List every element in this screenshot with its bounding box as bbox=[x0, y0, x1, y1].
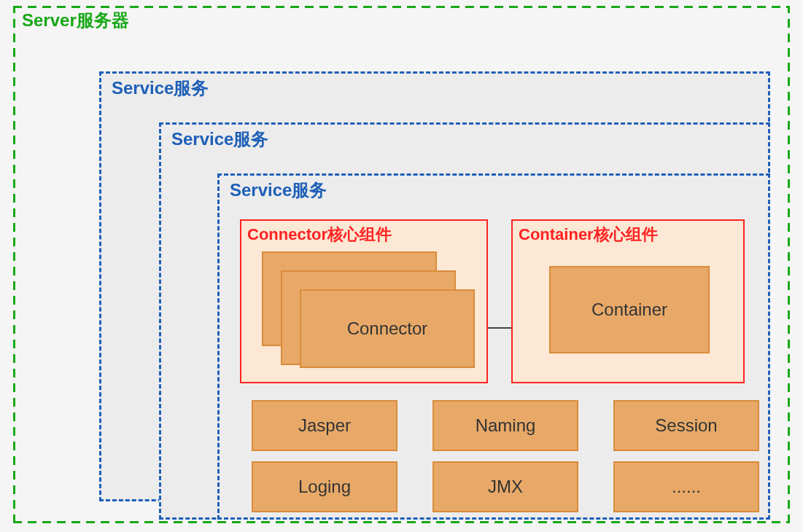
container-core-label: Container核心组件 bbox=[519, 224, 658, 246]
service-label-1: Service服务 bbox=[112, 77, 209, 100]
module-more: ...... bbox=[613, 461, 759, 512]
connector-box-text: Connector bbox=[347, 318, 428, 339]
service-label-2: Service服务 bbox=[171, 128, 268, 151]
module-session-label: Session bbox=[655, 415, 717, 436]
connector-stack-front: Connector bbox=[300, 289, 475, 368]
container-inner-box: Container bbox=[549, 266, 710, 353]
service-box-front: Service服务 Connector核心组件 Connector Contai… bbox=[217, 173, 770, 520]
module-loging: Loging bbox=[252, 461, 397, 512]
service-label-3: Service服务 bbox=[230, 179, 327, 202]
container-core-box: Container核心组件 Container bbox=[511, 219, 745, 383]
module-jmx: JMX bbox=[432, 461, 578, 512]
module-more-label: ...... bbox=[672, 477, 701, 497]
module-naming-label: Naming bbox=[476, 415, 536, 436]
server-label: Server服务器 bbox=[19, 9, 132, 32]
connector-core-label: Connector核心组件 bbox=[247, 224, 392, 246]
container-box-text: Container bbox=[591, 300, 667, 320]
module-jasper: Jasper bbox=[252, 400, 397, 451]
module-session: Session bbox=[613, 400, 759, 451]
module-loging-label: Loging bbox=[298, 477, 351, 497]
connector-core-box: Connector核心组件 Connector bbox=[240, 219, 488, 383]
module-naming: Naming bbox=[432, 400, 578, 451]
module-jasper-label: Jasper bbox=[298, 415, 351, 436]
module-jmx-label: JMX bbox=[488, 477, 523, 497]
server-container: Server服务器 Service服务 Service服务 Service服务 … bbox=[13, 6, 790, 523]
